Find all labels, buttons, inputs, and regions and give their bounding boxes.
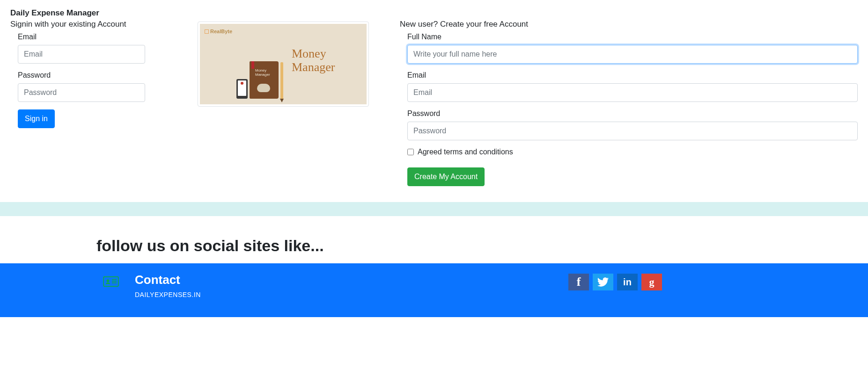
signin-email-input[interactable]	[18, 45, 145, 64]
social-links: f in g	[568, 273, 868, 298]
pencil-icon	[280, 62, 283, 99]
app-title: Daily Expense Manager	[10, 8, 858, 18]
signin-email-label: Email	[18, 33, 198, 41]
follow-heading: follow us on social sites like...	[0, 216, 868, 263]
svg-point-1	[107, 279, 110, 282]
twitter-icon[interactable]	[593, 274, 613, 290]
promo-headline: Money Manager	[292, 47, 335, 74]
signup-email-label: Email	[407, 71, 858, 80]
promo-brand: RealByte	[205, 29, 232, 34]
phone-icon	[236, 79, 248, 99]
contact-card-icon	[103, 275, 119, 288]
footer: Contact DAILYEXPENSES.IN f in g	[0, 263, 868, 317]
contact-subtitle: DAILYEXPENSES.IN	[135, 291, 201, 298]
signup-password-input[interactable]	[407, 122, 858, 140]
terms-label: Agreed terms and conditions	[418, 148, 513, 156]
contact-title: Contact	[135, 273, 201, 287]
signup-form: New user? Create your free Account Full …	[385, 20, 858, 194]
divider-band	[0, 202, 868, 216]
piggy-icon	[257, 84, 270, 92]
book-icon: Money Manager	[250, 61, 279, 99]
signin-password-label: Password	[18, 71, 198, 80]
signup-fullname-label: Full Name	[407, 33, 858, 41]
signup-submit-button[interactable]: Create My Account	[407, 167, 485, 186]
promo-card: RealByte Money Manager Money Manager	[198, 20, 385, 107]
signup-password-label: Password	[407, 109, 858, 118]
book-label: Money Manager	[255, 69, 270, 77]
signin-form: Signin with your existing Account Email …	[10, 20, 198, 136]
signup-heading: New user? Create your free Account	[400, 20, 858, 29]
signin-heading: Signin with your existing Account	[10, 20, 198, 29]
signup-email-input[interactable]	[407, 83, 858, 102]
promo-brand-icon	[205, 29, 209, 34]
signin-password-input[interactable]	[18, 83, 145, 102]
facebook-icon[interactable]: f	[568, 274, 589, 290]
terms-checkbox[interactable]	[407, 149, 414, 155]
linkedin-icon[interactable]: in	[617, 274, 638, 290]
google-icon[interactable]: g	[641, 274, 662, 290]
signup-fullname-input[interactable]	[407, 45, 858, 64]
signin-submit-button[interactable]: Sign in	[18, 109, 55, 128]
promo-illustration: Money Manager	[236, 61, 283, 99]
